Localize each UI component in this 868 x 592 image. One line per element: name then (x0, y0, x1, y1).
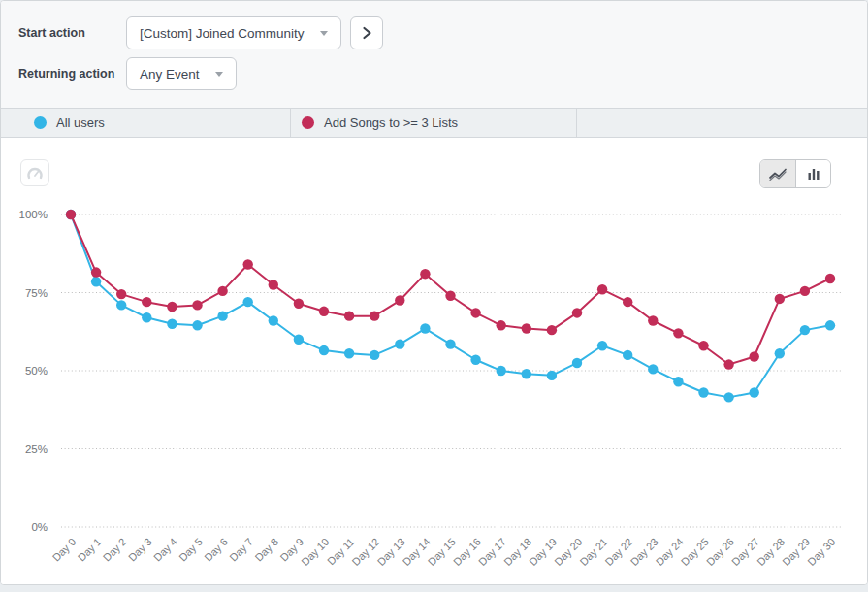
data-point[interactable] (623, 350, 632, 360)
legend-item-all-users[interactable]: All users (1, 109, 291, 137)
data-point[interactable] (775, 348, 785, 358)
line-chart-icon (768, 165, 788, 182)
data-point[interactable] (142, 297, 151, 307)
x-tick-label: Day 6 (202, 536, 230, 564)
data-point[interactable] (648, 315, 658, 325)
data-point[interactable] (243, 259, 253, 269)
x-tick-label: Day 24 (654, 536, 686, 568)
x-tick-label: Day 12 (349, 536, 381, 568)
data-point[interactable] (825, 274, 835, 283)
x-tick-label: Day 26 (704, 536, 736, 568)
x-tick-label: Day 10 (299, 536, 331, 568)
gauge-button[interactable] (20, 159, 49, 186)
data-point[interactable] (344, 348, 354, 358)
data-point[interactable] (370, 350, 379, 360)
legend-label: Add Songs to >= 3 Lists (324, 115, 458, 130)
data-point[interactable] (572, 358, 582, 368)
data-point[interactable] (723, 359, 733, 369)
data-point[interactable] (497, 366, 506, 376)
x-tick-label: Day 16 (451, 536, 483, 568)
start-action-label: Start action (18, 26, 126, 40)
y-tick-label: 100% (19, 209, 48, 220)
x-tick-label: Day 17 (476, 536, 508, 568)
data-point[interactable] (192, 320, 202, 330)
x-tick-label: Day 14 (401, 536, 433, 568)
data-point[interactable] (750, 351, 759, 361)
x-tick-label: Day 25 (679, 536, 711, 568)
data-point[interactable] (217, 311, 227, 320)
data-point[interactable] (547, 371, 557, 380)
data-point[interactable] (294, 335, 304, 345)
data-point[interactable] (623, 297, 632, 307)
start-action-dropdown[interactable]: [Custom] Joined Community (126, 16, 341, 49)
action-controls: Start action [Custom] Joined Community R… (1, 1, 867, 108)
data-point[interactable] (243, 297, 253, 307)
data-point[interactable] (673, 328, 683, 338)
caret-down-icon (215, 72, 223, 77)
data-point[interactable] (497, 320, 506, 330)
x-tick-label: Day 0 (50, 536, 79, 564)
legend-empty-cell (577, 109, 867, 137)
data-point[interactable] (547, 325, 557, 335)
expand-start-action-button[interactable] (350, 16, 383, 49)
data-point[interactable] (750, 387, 759, 397)
data-point[interactable] (269, 280, 278, 289)
data-point[interactable] (572, 308, 582, 317)
data-point[interactable] (825, 320, 835, 330)
data-point[interactable] (370, 311, 379, 320)
data-point[interactable] (673, 377, 683, 386)
data-point[interactable] (522, 323, 531, 333)
data-point[interactable] (445, 339, 455, 348)
data-point[interactable] (66, 210, 76, 219)
data-point[interactable] (597, 341, 607, 350)
data-point[interactable] (344, 311, 354, 320)
data-point[interactable] (91, 277, 101, 286)
data-point[interactable] (648, 364, 658, 374)
legend-item-add-songs[interactable]: Add Songs to >= 3 Lists (291, 109, 577, 137)
data-point[interactable] (142, 312, 151, 322)
x-tick-label: Day 8 (252, 536, 280, 564)
y-tick-label: 75% (25, 287, 48, 299)
x-tick-label: Day 19 (527, 536, 559, 568)
line-chart-toggle-button[interactable] (760, 160, 795, 187)
data-point[interactable] (420, 323, 430, 333)
data-point[interactable] (800, 286, 810, 296)
data-point[interactable] (167, 302, 177, 312)
data-point[interactable] (522, 369, 531, 378)
data-point[interactable] (116, 289, 126, 299)
x-tick-label: Day 1 (76, 536, 104, 564)
x-tick-label: Day 27 (729, 536, 761, 568)
data-point[interactable] (395, 295, 404, 305)
data-point[interactable] (217, 286, 227, 296)
data-point[interactable] (91, 267, 101, 277)
data-point[interactable] (470, 308, 480, 317)
data-point[interactable] (294, 299, 304, 309)
data-point[interactable] (319, 345, 329, 355)
data-point[interactable] (723, 392, 733, 402)
returning-action-dropdown[interactable]: Any Event (126, 57, 237, 90)
data-point[interactable] (395, 339, 404, 348)
data-point[interactable] (167, 319, 177, 329)
data-point[interactable] (800, 325, 810, 335)
bar-chart-toggle-button[interactable] (795, 160, 830, 187)
data-point[interactable] (470, 355, 480, 365)
data-point[interactable] (319, 307, 329, 316)
x-tick-label: Day 3 (126, 536, 154, 564)
data-point[interactable] (192, 300, 202, 310)
retention-line-chart[interactable]: 100%75%50%25%0%Day 0Day 1Day 2Day 3Day 4… (1, 138, 868, 585)
x-tick-label: Day 28 (755, 536, 787, 568)
data-point[interactable] (116, 300, 126, 310)
x-tick-label: Day 22 (602, 536, 634, 568)
gauge-icon (26, 165, 44, 181)
x-tick-label: Day 18 (501, 536, 533, 568)
data-point[interactable] (698, 387, 708, 397)
legend-label: All users (56, 115, 105, 130)
x-tick-label: Day 13 (375, 536, 407, 568)
data-point[interactable] (420, 269, 430, 279)
data-point[interactable] (269, 315, 278, 325)
data-point[interactable] (597, 284, 607, 294)
data-point[interactable] (445, 291, 455, 301)
data-point[interactable] (698, 341, 708, 350)
data-point[interactable] (775, 294, 785, 304)
returning-action-label: Returning action (18, 67, 126, 81)
